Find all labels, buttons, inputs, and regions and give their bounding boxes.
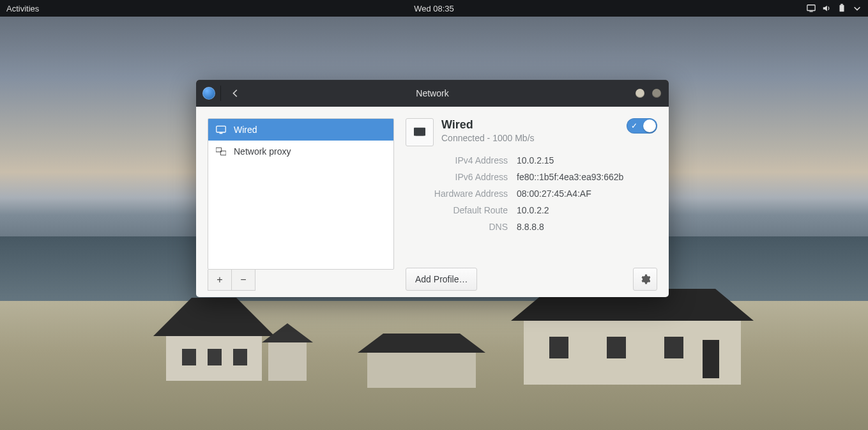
svg-rect-18 [841,4,843,5]
connection-settings-button[interactable] [633,268,657,291]
titlebar-separator [220,86,221,101]
activities-button[interactable]: Activities [0,4,45,13]
screen-icon [807,4,816,13]
network-content: Wired Connected - 1000 Mb/s ✓ IPv4 Addre… [394,107,669,297]
back-button[interactable] [225,82,247,104]
proxy-icon [216,147,226,156]
wired-icon [216,125,226,134]
detail-value: 10.0.2.15 [517,155,657,165]
add-profile-button[interactable]: Add Profile… [406,268,477,291]
svg-rect-14 [703,340,719,378]
settings-window: Network Wired Network proxy + − [196,80,669,297]
detail-key: Hardware Address [406,188,508,199]
svg-rect-8 [367,353,476,388]
chevron-left-icon [231,89,240,98]
window-minimize-button[interactable] [636,89,644,98]
detail-key: IPv6 Address [406,172,508,182]
svg-rect-4 [182,349,196,365]
sidebar-add-button[interactable]: + [208,270,231,291]
detail-key: Default Route [406,205,508,215]
svg-rect-17 [840,5,844,12]
svg-rect-15 [807,5,815,11]
chevron-down-icon [853,4,862,13]
clock[interactable]: Wed 08:35 [414,4,454,13]
window-titlebar[interactable]: Network [196,80,669,107]
window-close-button[interactable] [652,89,661,98]
svg-rect-19 [217,126,225,132]
svg-rect-12 [607,337,626,358]
toggle-knob [643,119,656,132]
settings-app-icon [202,87,215,100]
connection-status: Connected - 1000 Mb/s [441,133,535,143]
svg-rect-16 [809,11,812,12]
svg-rect-13 [664,337,683,358]
connection-heading: Wired [441,118,535,132]
sidebar-list: Wired Network proxy [208,118,394,270]
sidebar-remove-button[interactable]: − [231,270,255,291]
svg-marker-0 [153,298,275,336]
svg-rect-3 [268,342,307,381]
detail-value: 8.8.8.8 [517,222,657,232]
detail-value: 08:00:27:45:A4:AF [517,188,657,199]
settings-sidebar: Wired Network proxy + − [196,107,394,297]
sidebar-item-label: Network proxy [234,146,291,157]
ethernet-icon [413,127,427,138]
connection-toggle[interactable]: ✓ [627,118,657,134]
detail-value: 10.0.2.2 [517,205,657,215]
volume-icon [822,4,831,13]
svg-rect-5 [208,349,222,365]
svg-marker-7 [358,334,485,353]
check-icon: ✓ [631,121,637,130]
system-status-area[interactable] [800,4,868,13]
svg-rect-24 [416,134,424,136]
svg-rect-6 [233,349,247,365]
detail-value: fe80::1b5f:4ea3:ea93:662b [517,172,657,182]
gnome-topbar: Activities Wed 08:35 [0,0,868,17]
detail-key: IPv4 Address [406,155,508,165]
sidebar-item-label: Wired [234,125,257,135]
svg-rect-11 [549,337,568,358]
battery-icon [837,4,846,13]
detail-key: DNS [406,222,508,232]
sidebar-item-network-proxy[interactable]: Network proxy [208,141,393,162]
gear-icon [640,274,650,284]
svg-rect-20 [220,133,223,134]
window-title: Network [416,88,448,98]
sidebar-item-wired[interactable]: Wired [208,119,393,141]
connection-details: IPv4 Address 10.0.2.15 IPv6 Address fe80… [406,155,657,232]
connection-card-icon [406,118,434,146]
